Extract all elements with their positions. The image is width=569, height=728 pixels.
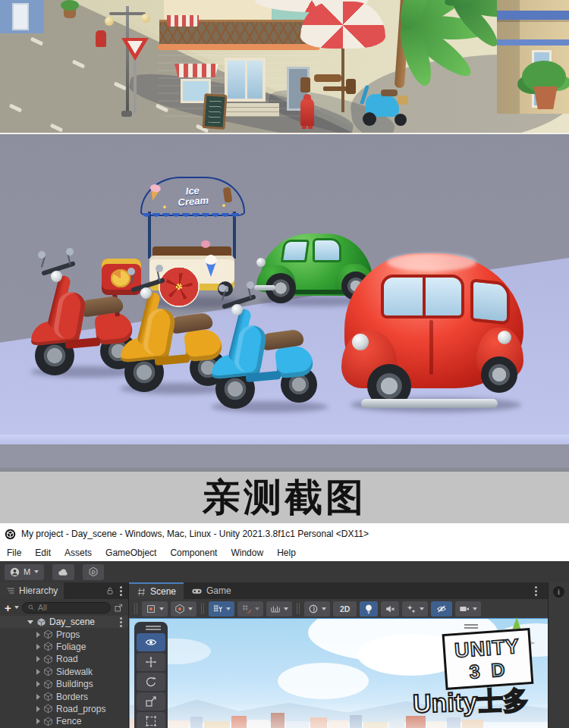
cloud-button[interactable] — [52, 564, 74, 580]
window — [225, 58, 266, 102]
mirror — [218, 284, 226, 292]
menu-window[interactable]: Window — [224, 548, 270, 558]
mirror — [66, 248, 74, 256]
scene-icon — [36, 617, 46, 627]
foldout-open-icon[interactable] — [27, 620, 33, 624]
plastic-scm-button[interactable] — [83, 564, 104, 580]
person-icon — [10, 567, 20, 577]
cafe-building — [158, 0, 320, 117]
kebab-menu-icon[interactable] — [120, 617, 123, 627]
tab-game[interactable]: Game — [184, 582, 239, 599]
banner-text: 亲测截图 — [203, 472, 366, 523]
scene-tab-bar: Scene Game — [129, 582, 548, 599]
menu-edit[interactable]: Edit — [28, 548, 58, 558]
title-bar: My project - Day_scene - Windows, Mac, L… — [0, 523, 569, 544]
grid-snapping-button[interactable] — [237, 601, 263, 617]
headlight — [352, 334, 369, 350]
foldout-icon[interactable] — [36, 656, 40, 662]
hierarchy-row[interactable]: Sidewalk — [0, 666, 128, 678]
lighting-toggle-button[interactable] — [360, 601, 378, 617]
camera-settings-button[interactable] — [455, 601, 481, 617]
popout-icon[interactable] — [114, 603, 124, 613]
fire-hydrant — [96, 30, 106, 47]
scale-tool-button[interactable] — [137, 692, 165, 711]
menu-component[interactable]: Component — [163, 548, 224, 558]
hierarchy-row[interactable]: Road_props — [0, 703, 128, 715]
foldout-icon[interactable] — [36, 706, 40, 712]
awning-window — [174, 64, 218, 77]
scene-visibility-button[interactable] — [431, 601, 452, 617]
move-tool-button[interactable] — [137, 653, 165, 671]
foldout-icon[interactable] — [36, 718, 40, 724]
rotate-icon — [145, 676, 157, 688]
foldout-icon[interactable] — [36, 681, 40, 687]
effects-icon — [406, 604, 417, 614]
hierarchy-tree: Day_scene Props Foliage Road Sidewalk Bu… — [0, 616, 128, 728]
foldout-icon[interactable] — [36, 669, 40, 675]
menu-bar: File Edit Assets GameObject Component Wi… — [0, 544, 569, 561]
asset-showcase: Ice Cream — [0, 134, 569, 468]
kebab-menu-icon[interactable] — [120, 585, 123, 596]
hierarchy-row[interactable]: Fence — [0, 715, 128, 727]
hierarchy-row[interactable]: Buildings — [0, 678, 128, 690]
cafe-table — [314, 74, 341, 82]
rect-tool-icon — [145, 715, 157, 727]
rotate-tool-button[interactable] — [137, 673, 165, 691]
chevron-down-icon — [34, 570, 39, 573]
cube-icon — [43, 629, 53, 639]
hierarchy-row[interactable]: Props — [0, 628, 128, 640]
hierarchy-row[interactable]: Foliage — [0, 641, 128, 653]
menu-help[interactable]: Help — [270, 548, 303, 558]
grid-snap-axis-button[interactable] — [209, 601, 234, 617]
view-tool-button[interactable] — [137, 633, 165, 651]
foldout-icon[interactable] — [36, 694, 40, 700]
2d-toggle-button[interactable]: 2D — [333, 601, 357, 617]
watermark-logo: UNITY 3 D — [442, 628, 534, 690]
menu-gameobject[interactable]: GameObject — [99, 548, 163, 558]
hierarchy-row-scene[interactable]: Day_scene — [0, 616, 128, 628]
cube-icon — [43, 679, 53, 689]
add-object-button[interactable]: + — [5, 602, 11, 613]
rect-tool-button[interactable] — [137, 712, 165, 728]
lock-icon[interactable] — [105, 586, 115, 595]
cloud — [278, 663, 369, 699]
editor-main: Hierarchy + All — [0, 582, 569, 728]
account-button[interactable]: M — [5, 564, 44, 580]
chalkboard-sign — [202, 93, 227, 130]
audio-toggle-button[interactable] — [381, 601, 399, 617]
grid-icon — [137, 587, 146, 597]
hierarchy-row[interactable]: Road — [0, 653, 128, 665]
menu-file[interactable]: File — [0, 548, 28, 558]
potted-plant-left — [64, 8, 76, 18]
tool-handle-rotation-button[interactable] — [171, 601, 196, 617]
foldout-icon[interactable] — [36, 644, 40, 650]
info-icon[interactable]: i — [553, 586, 564, 598]
right-building — [497, 0, 569, 114]
hierarchy-row[interactable]: Borders — [0, 690, 128, 702]
hierarchy-search-row: + All — [0, 599, 128, 616]
banner: 亲测截图 — [0, 468, 569, 523]
overlay-drag-handle[interactable] — [143, 625, 159, 632]
tool-handle-position-button[interactable] — [142, 601, 168, 617]
side-window — [470, 278, 510, 325]
visibility-off-icon — [435, 604, 448, 614]
plastic-scm-icon — [88, 566, 99, 577]
cart-sign-line2: Cream — [178, 195, 209, 209]
unity-editor: My project - Day_scene - Windows, Mac, L… — [0, 523, 569, 728]
search-input[interactable]: All — [22, 602, 111, 613]
overlay-drag-handle[interactable] — [464, 624, 478, 630]
draw-mode-button[interactable] — [304, 601, 330, 617]
awning-top — [167, 15, 199, 27]
kebab-menu-icon[interactable] — [535, 585, 538, 596]
chevron-down-icon[interactable] — [14, 606, 19, 609]
foldout-icon[interactable] — [36, 632, 40, 638]
menu-assets[interactable]: Assets — [58, 548, 99, 558]
list-icon — [6, 586, 15, 595]
chair — [300, 77, 310, 93]
effects-button[interactable] — [402, 601, 428, 617]
snap-increment-button[interactable] — [266, 601, 292, 617]
tab-scene[interactable]: Scene — [129, 582, 184, 599]
editor-toolbar: M — [0, 561, 569, 582]
search-placeholder: All — [38, 603, 47, 612]
tab-hierarchy[interactable]: Hierarchy — [0, 582, 64, 599]
